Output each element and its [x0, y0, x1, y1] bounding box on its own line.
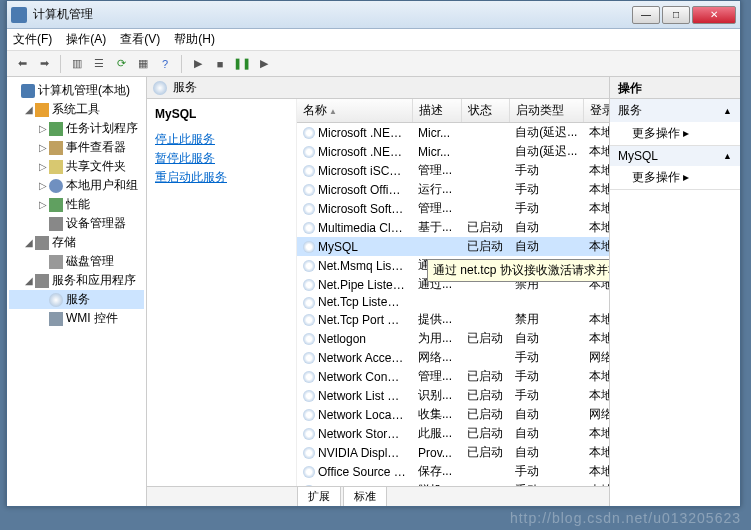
tooltip: 通过 net.tcp 协议接收激活请求并将其传递给 Windows 进程激活服务…	[427, 259, 609, 282]
gear-icon	[303, 146, 315, 158]
gear-icon	[303, 184, 315, 196]
tabs: 扩展 标准	[147, 486, 609, 506]
service-pane: MySQL 停止此服务 暂停此服务 重启动此服务	[147, 99, 297, 486]
gear-icon	[303, 279, 315, 291]
actions-more1[interactable]: 更多操作 ▸	[610, 122, 740, 145]
table-row[interactable]: Microsoft .NET F...Micr...自动(延迟...本地系统	[297, 142, 609, 161]
restart-icon[interactable]: ▶	[255, 55, 273, 73]
menu-help[interactable]: 帮助(H)	[174, 31, 215, 48]
titlebar[interactable]: 计算机管理 — □ ✕	[7, 1, 740, 29]
table-row[interactable]: Multimedia Clas...基于...已启动自动本地系统	[297, 218, 609, 237]
table-row[interactable]: Net.Tcp Listener...	[297, 294, 609, 310]
app-icon	[11, 7, 27, 23]
gear-icon	[303, 127, 315, 139]
gear-icon	[303, 466, 315, 478]
gear-icon	[303, 333, 315, 345]
table-row[interactable]: Network Connec...管理...已启动手动本地系统	[297, 367, 609, 386]
tab-extended[interactable]: 扩展	[297, 486, 341, 506]
gear-icon	[303, 203, 315, 215]
watermark: http://blog.csdn.net/u013205623	[510, 510, 741, 526]
link-pause[interactable]: 暂停此服务	[155, 150, 288, 167]
tree-scheduler[interactable]: ▷任务计划程序	[9, 119, 144, 138]
table-row[interactable]: Office Source En...保存...手动本地系统	[297, 462, 609, 481]
actions-more2[interactable]: 更多操作 ▸	[610, 166, 740, 189]
gear-icon	[303, 260, 315, 272]
properties-icon[interactable]: ☰	[90, 55, 108, 73]
tree-systools[interactable]: ◢系统工具	[9, 100, 144, 119]
table-row[interactable]: Network Store I...此服...已启动自动本地服务	[297, 424, 609, 443]
menubar: 文件(F) 操作(A) 查看(V) 帮助(H)	[7, 29, 740, 51]
table-row[interactable]: NVIDIA Display ...Prov...已启动自动本地系统	[297, 443, 609, 462]
table-row[interactable]: Offline Files脱机...手动本地系统	[297, 481, 609, 486]
menu-file[interactable]: 文件(F)	[13, 31, 52, 48]
actions-services[interactable]: 服务▲	[610, 99, 740, 122]
gear-icon	[303, 447, 315, 459]
table-row[interactable]: Microsoft Office...运行...手动本地系统	[297, 180, 609, 199]
gear-icon	[303, 241, 315, 253]
gear-icon	[303, 314, 315, 326]
tree-devices[interactable]: 设备管理器	[9, 214, 144, 233]
col-desc[interactable]: 描述	[412, 99, 461, 123]
table-row[interactable]: Microsoft .NET F...Micr...自动(延迟...本地系统	[297, 123, 609, 143]
tree-storage[interactable]: ◢存储	[9, 233, 144, 252]
col-logon[interactable]: 登录为	[583, 99, 609, 123]
tree-disk[interactable]: 磁盘管理	[9, 252, 144, 271]
service-list[interactable]: 名称▲ 描述 状态 启动类型 登录为 Microsoft .NET F...Mi…	[297, 99, 609, 486]
export-icon[interactable]: ▦	[134, 55, 152, 73]
table-row[interactable]: Network Locatio...收集...已启动自动网络服务	[297, 405, 609, 424]
table-row[interactable]: Microsoft Softw...管理...手动本地系统	[297, 199, 609, 218]
actions-header: 操作	[610, 77, 740, 99]
selected-service: MySQL	[155, 107, 288, 121]
gear-icon	[303, 352, 315, 364]
gear-icon	[303, 297, 315, 309]
separator	[181, 55, 182, 73]
tree-svcapp[interactable]: ◢服务和应用程序	[9, 271, 144, 290]
pause-icon[interactable]: ❚❚	[233, 55, 251, 73]
center-header: 服务	[147, 77, 609, 99]
gear-icon	[303, 165, 315, 177]
col-status[interactable]: 状态	[461, 99, 509, 123]
tree-services[interactable]: 服务	[9, 290, 144, 309]
gear-icon	[303, 428, 315, 440]
refresh-icon[interactable]: ⟳	[112, 55, 130, 73]
tree-eventviewer[interactable]: ▷事件查看器	[9, 138, 144, 157]
tree-shared[interactable]: ▷共享文件夹	[9, 157, 144, 176]
help-icon[interactable]: ?	[156, 55, 174, 73]
close-button[interactable]: ✕	[692, 6, 736, 24]
main-window: 计算机管理 — □ ✕ 文件(F) 操作(A) 查看(V) 帮助(H) ⬅ ➡ …	[6, 0, 741, 507]
col-name[interactable]: 名称▲	[297, 99, 412, 123]
col-startup[interactable]: 启动类型	[509, 99, 583, 123]
table-row[interactable]: Netlogon为用...已启动自动本地系统	[297, 329, 609, 348]
actions-mysql[interactable]: MySQL▲	[610, 146, 740, 166]
table-row[interactable]: Network Access ...网络...手动网络服务	[297, 348, 609, 367]
menu-view[interactable]: 查看(V)	[120, 31, 160, 48]
minimize-button[interactable]: —	[632, 6, 660, 24]
gear-icon	[303, 222, 315, 234]
link-stop[interactable]: 停止此服务	[155, 131, 288, 148]
table-row[interactable]: Microsoft iSCSI I...管理...手动本地系统	[297, 161, 609, 180]
link-restart[interactable]: 重启动此服务	[155, 169, 288, 186]
menu-action[interactable]: 操作(A)	[66, 31, 106, 48]
gear-icon	[303, 390, 315, 402]
stop-icon[interactable]: ■	[211, 55, 229, 73]
window-title: 计算机管理	[33, 6, 630, 23]
tree-users[interactable]: ▷本地用户和组	[9, 176, 144, 195]
gear-icon	[303, 371, 315, 383]
gear-icon	[303, 409, 315, 421]
back-icon[interactable]: ⬅	[13, 55, 31, 73]
table-row[interactable]: Network List Ser...识别...已启动手动本地服务	[297, 386, 609, 405]
table-row[interactable]: Net.Tcp Port Sh...提供...禁用本地服务	[297, 310, 609, 329]
actions-panel: 操作 服务▲ 更多操作 ▸ MySQL▲ 更多操作 ▸	[610, 77, 740, 506]
tree-wmi[interactable]: WMI 控件	[9, 309, 144, 328]
play-icon[interactable]: ▶	[189, 55, 207, 73]
gear-icon	[303, 485, 315, 486]
maximize-button[interactable]: □	[662, 6, 690, 24]
table-row[interactable]: MySQL已启动自动本地系统	[297, 237, 609, 256]
forward-icon[interactable]: ➡	[35, 55, 53, 73]
tab-standard[interactable]: 标准	[343, 486, 387, 506]
gear-icon	[153, 81, 167, 95]
show-hide-icon[interactable]: ▥	[68, 55, 86, 73]
center-title: 服务	[173, 79, 197, 96]
tree-root[interactable]: 计算机管理(本地)	[9, 81, 144, 100]
tree-perf[interactable]: ▷性能	[9, 195, 144, 214]
